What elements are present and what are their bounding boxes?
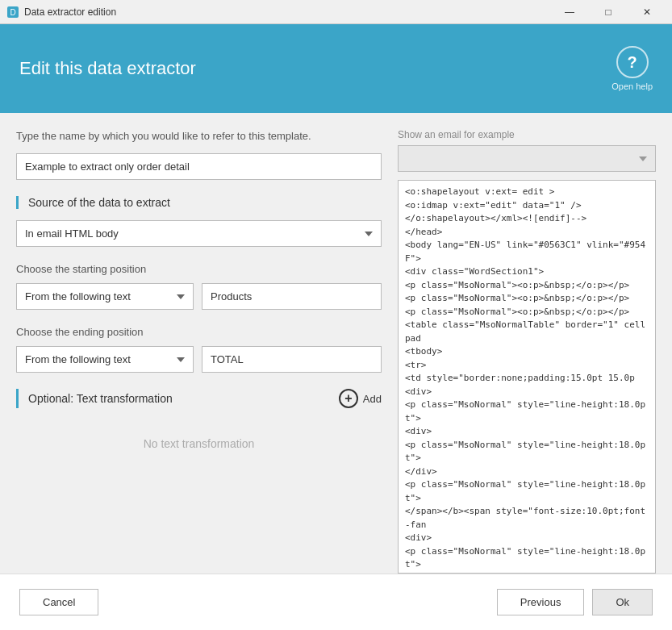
starting-position-value[interactable] — [202, 283, 382, 310]
name-hint: Type the name by which you would like to… — [16, 129, 382, 144]
title-bar-text: Data extractor edition — [24, 6, 551, 18]
email-example-select[interactable] — [398, 145, 656, 172]
ending-position-select[interactable]: From the following text — [16, 346, 194, 373]
left-panel: Type the name by which you would like to… — [16, 129, 398, 574]
add-transformation-button[interactable]: + Add — [339, 389, 382, 408]
minimize-button[interactable]: — — [551, 0, 588, 24]
optional-section-header: Optional: Text transformation + Add — [16, 389, 382, 408]
starting-position-row: From the following text — [16, 283, 382, 310]
footer: Cancel Previous Ok — [0, 574, 672, 630]
ok-button[interactable]: Ok — [592, 589, 653, 615]
svg-text:D: D — [10, 8, 15, 17]
right-panel: Show an email for example <o:shapelayout… — [398, 129, 656, 574]
ending-position-row: From the following text — [16, 346, 382, 373]
maximize-button[interactable]: □ — [590, 0, 627, 24]
optional-title: Optional: Text transformation — [28, 392, 173, 405]
html-content: <o:shapelayout v:ext= edit > <o:idmap v:… — [405, 186, 649, 574]
ending-position-value[interactable] — [202, 346, 382, 373]
close-button[interactable]: ✕ — [628, 0, 666, 24]
source-section-header: Source of the data to extract — [16, 196, 382, 209]
email-select-label: Show an email for example — [398, 129, 656, 140]
cancel-button[interactable]: Cancel — [19, 589, 98, 615]
main-content: Type the name by which you would like to… — [0, 113, 672, 574]
help-button[interactable]: ? Open help — [611, 46, 653, 91]
help-icon: ? — [616, 46, 649, 78]
starting-position-label: Choose the starting position — [16, 263, 382, 275]
html-preview[interactable]: <o:shapelayout v:ext= edit > <o:idmap v:… — [398, 180, 656, 574]
help-label: Open help — [611, 81, 653, 91]
add-icon: + — [339, 389, 358, 408]
no-transformation-text: No text transformation — [16, 421, 382, 466]
app-icon: D — [6, 6, 19, 19]
ending-position-label: Choose the ending position — [16, 326, 382, 338]
starting-position-select[interactable]: From the following text — [16, 283, 194, 310]
header: Edit this data extractor ? Open help — [0, 24, 672, 113]
title-bar: D Data extractor edition — □ ✕ — [0, 0, 672, 24]
page-title: Edit this data extractor — [19, 58, 196, 79]
source-select[interactable]: In email HTML body — [16, 220, 382, 247]
title-bar-controls: — □ ✕ — [551, 0, 666, 24]
template-name-input[interactable] — [16, 153, 382, 180]
add-label: Add — [363, 393, 382, 405]
footer-right: Previous Ok — [497, 589, 653, 615]
previous-button[interactable]: Previous — [497, 589, 585, 615]
